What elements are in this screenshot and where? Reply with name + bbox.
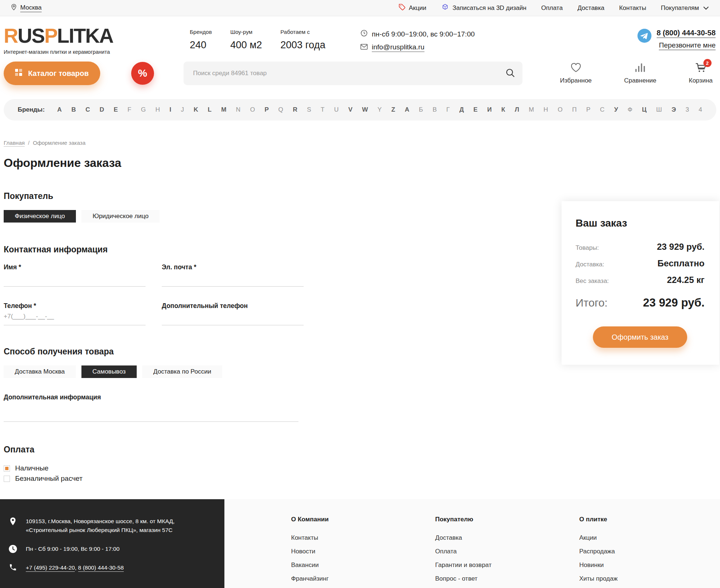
search-input[interactable] bbox=[184, 62, 522, 85]
brand-letter[interactable]: П bbox=[572, 106, 577, 113]
brand-letter[interactable]: W bbox=[362, 106, 368, 113]
brand-letter[interactable]: К bbox=[501, 106, 505, 113]
brand-letter[interactable]: Q bbox=[278, 106, 283, 113]
brand-letter[interactable]: А bbox=[405, 106, 409, 113]
footer-link[interactable]: Новости bbox=[291, 545, 435, 558]
footer-link[interactable]: Гарантии и возврат bbox=[435, 558, 579, 572]
telegram-icon[interactable] bbox=[637, 29, 651, 44]
city-selector[interactable]: Москва bbox=[11, 4, 42, 13]
footer-link[interactable]: Распродажа bbox=[579, 545, 720, 558]
submit-order-button[interactable]: Оформить заказ bbox=[593, 326, 687, 348]
footer-phone-link[interactable]: +7 (495) 229-44-20 bbox=[26, 564, 75, 572]
brand-letter[interactable]: K bbox=[193, 106, 198, 113]
brand-letter[interactable]: Л bbox=[515, 106, 519, 113]
footer-link[interactable]: Хиты продаж bbox=[579, 572, 720, 585]
footer-link[interactable]: Франчайзинг bbox=[291, 572, 435, 585]
brand-letter[interactable]: Г bbox=[446, 106, 450, 113]
brand-letter[interactable]: О bbox=[558, 106, 562, 113]
city-name[interactable]: Москва bbox=[20, 4, 42, 12]
brand-letter[interactable]: L bbox=[208, 106, 212, 113]
topnav-3d-design[interactable]: Записаться на 3D дизайн bbox=[441, 3, 527, 13]
field-input[interactable] bbox=[4, 271, 146, 287]
brand-letter[interactable]: C bbox=[85, 106, 90, 113]
callback-link[interactable]: Перезвоните мне bbox=[659, 41, 716, 50]
footer-link[interactable]: Новинки bbox=[579, 558, 720, 572]
footer-link[interactable]: Плитка и керамогранит оптом bbox=[291, 585, 435, 588]
brand-letter[interactable]: P bbox=[265, 106, 269, 113]
payment-option[interactable]: Наличные bbox=[4, 464, 306, 472]
footer-link[interactable]: Вопрос - ответ bbox=[435, 572, 579, 585]
footer-link[interactable]: Контакты bbox=[291, 531, 435, 545]
brand-letter[interactable]: M bbox=[221, 106, 226, 113]
brand-letter[interactable]: Ф bbox=[628, 106, 632, 113]
brand-letter[interactable]: I bbox=[169, 106, 171, 113]
breadcrumb-home-link[interactable]: Главная bbox=[4, 140, 25, 147]
brand-letter[interactable]: 4 bbox=[699, 106, 702, 113]
catalog-button[interactable]: Каталог товаров bbox=[4, 62, 100, 85]
field-input[interactable] bbox=[162, 310, 304, 325]
brand-letter[interactable]: O bbox=[250, 106, 255, 113]
payment-option[interactable]: Безналичный расчет bbox=[4, 475, 306, 483]
header-phone-link[interactable]: 8 (800) 444-30-58 bbox=[657, 29, 716, 38]
brand-letter[interactable]: V bbox=[348, 106, 352, 113]
brand-letter[interactable]: J bbox=[181, 106, 184, 113]
field-input[interactable] bbox=[4, 310, 146, 325]
topnav-link[interactable]: Оплата bbox=[541, 4, 563, 12]
email-link[interactable]: info@rusplitka.ru bbox=[372, 43, 424, 52]
brand-letter[interactable]: Э bbox=[671, 106, 676, 113]
compare-button[interactable]: Сравнение bbox=[624, 62, 656, 84]
brand-letter[interactable]: Ш bbox=[656, 106, 662, 113]
favorites-button[interactable]: Избранное bbox=[560, 62, 592, 84]
footer-link[interactable]: Оплата bbox=[435, 545, 579, 558]
delivery-tab[interactable]: Доставка Москва bbox=[4, 365, 76, 378]
brand-letter[interactable]: H bbox=[155, 106, 160, 113]
brand-letter[interactable]: В bbox=[433, 106, 437, 113]
delivery-tab[interactable]: Самовывоз bbox=[81, 365, 137, 378]
brand-letter[interactable]: М bbox=[529, 106, 534, 113]
cart-button[interactable]: 2 Корзина bbox=[689, 62, 713, 84]
footer-link[interactable]: Доставка bbox=[435, 531, 579, 545]
topnav-link[interactable]: Доставка bbox=[577, 4, 604, 12]
footer-phone-link[interactable]: 8 (800) 444-30-58 bbox=[78, 564, 124, 572]
footer-link[interactable]: Коллекции на экспозиции bbox=[579, 585, 720, 588]
brand-letter[interactable]: G bbox=[141, 106, 146, 113]
brand-letter[interactable]: Р bbox=[586, 106, 590, 113]
footer-link[interactable]: Написать директору bbox=[435, 585, 579, 588]
checkbox-icon[interactable] bbox=[4, 476, 10, 482]
field-input[interactable] bbox=[162, 271, 304, 287]
brand-letter[interactable]: R bbox=[293, 106, 297, 113]
customer-type-tab[interactable]: Физическое лицо bbox=[4, 210, 76, 223]
brand-letter[interactable]: U bbox=[334, 106, 339, 113]
brand-letter[interactable]: B bbox=[71, 106, 76, 113]
brand-letter[interactable]: S bbox=[307, 106, 311, 113]
brand-letter[interactable]: N bbox=[236, 106, 240, 113]
brand-letter[interactable]: Ц bbox=[642, 106, 646, 113]
brand-letter[interactable]: 3 bbox=[686, 106, 689, 113]
brand-letter[interactable]: E bbox=[114, 106, 118, 113]
delivery-tab[interactable]: Доставка по России bbox=[142, 365, 222, 378]
brand-letter[interactable]: С bbox=[600, 106, 604, 113]
brand-letter[interactable]: F bbox=[127, 106, 131, 113]
brand-letter[interactable]: A bbox=[57, 106, 62, 113]
topnav-buyers[interactable]: Покупателям bbox=[661, 4, 709, 12]
brand-letter[interactable]: Y bbox=[378, 106, 382, 113]
topnav-link[interactable]: Контакты bbox=[619, 4, 646, 12]
brand-letter[interactable]: Д bbox=[459, 106, 464, 113]
brand-letter[interactable]: D bbox=[99, 106, 104, 113]
brand-letter[interactable]: Z bbox=[391, 106, 395, 113]
brand-letter[interactable]: Н bbox=[544, 106, 548, 113]
brand-letter[interactable]: Б bbox=[419, 106, 423, 113]
brand-letter[interactable]: У bbox=[614, 106, 618, 113]
footer-link[interactable]: Акции bbox=[579, 531, 720, 545]
customer-type-tab[interactable]: Юридическое лицо bbox=[81, 210, 160, 223]
search-submit-button[interactable] bbox=[506, 68, 515, 79]
additional-info-input[interactable] bbox=[4, 401, 298, 422]
sale-percent-button[interactable]: % bbox=[131, 62, 154, 85]
brand-letter[interactable]: И bbox=[487, 106, 492, 113]
logo-block[interactable]: RUSPLITKA Интернет-магазин плитки и кера… bbox=[4, 26, 190, 55]
topnav-promos[interactable]: Акции bbox=[398, 3, 427, 13]
footer-link[interactable]: Вакансии bbox=[291, 558, 435, 572]
checkbox-icon[interactable] bbox=[4, 465, 10, 472]
brand-letter[interactable]: T bbox=[321, 106, 324, 113]
brand-letter[interactable]: Е bbox=[473, 106, 478, 113]
